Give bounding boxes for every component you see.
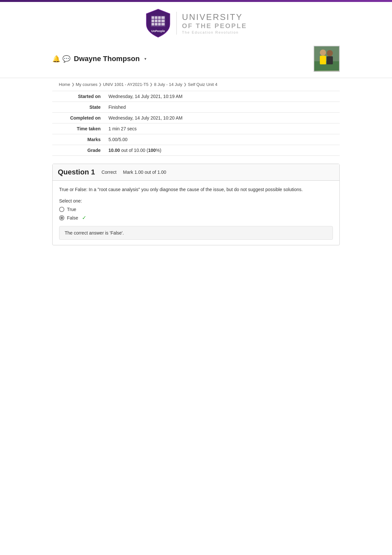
value-marks: 5.00/5.00 [105, 134, 340, 145]
svg-rect-6 [155, 20, 157, 22]
avatar-image [314, 46, 339, 71]
grade-value: 10.00 [108, 148, 120, 153]
svg-rect-7 [158, 20, 161, 22]
breadcrumb: Home ❯ My courses ❯ UNIV 1001 - AY2021-T… [52, 82, 340, 87]
main-content: Home ❯ My courses ❯ UNIV 1001 - AY2021-T… [46, 82, 346, 264]
question-1-status: Correct [102, 170, 117, 175]
svg-rect-10 [155, 23, 157, 25]
chevron-icon-4: ❯ [184, 82, 187, 87]
logo-divider [176, 12, 177, 35]
option-false-row: False ✓ [59, 215, 333, 221]
radio-false [59, 215, 64, 220]
summary-row-marks: Marks 5.00/5.00 [52, 134, 340, 145]
summary-row-state: State Finished [52, 102, 340, 113]
svg-rect-4 [161, 16, 165, 19]
value-state: Finished [105, 102, 340, 113]
answer-feedback-box: The correct answer is 'False'. [59, 226, 333, 240]
user-dropdown-arrow[interactable]: ▾ [144, 57, 146, 61]
grade-percent: 100 [148, 148, 155, 153]
radio-true [59, 207, 64, 212]
chat-icon[interactable]: 💬 [62, 55, 71, 63]
grade-suffix: %) [156, 148, 161, 153]
question-1-text: True or False: In a "root cause analysis… [59, 186, 333, 193]
svg-text:UoPeople: UoPeople [151, 29, 165, 33]
value-grade: 10.00 out of 10.00 (100%) [105, 145, 340, 156]
value-completed: Wednesday, 14 July 2021, 10:20 AM [105, 113, 340, 123]
question-1-number: Question 1 [58, 168, 95, 176]
univ-title: UNIVERSITY [182, 12, 247, 22]
chevron-icon-3: ❯ [150, 82, 153, 87]
summary-row-completed: Completed on Wednesday, 14 July 2021, 10… [52, 113, 340, 123]
page-header: UoPeople UNIVERSITY OF THE PEOPLE The Ed… [0, 2, 392, 78]
value-timetaken: 1 min 27 secs [105, 123, 340, 134]
svg-rect-2 [155, 16, 157, 19]
svg-rect-19 [327, 56, 333, 64]
svg-rect-8 [161, 20, 165, 22]
svg-rect-3 [158, 16, 161, 19]
chevron-icon-1: ❯ [72, 82, 74, 87]
summary-row-grade: Grade 10.00 out of 10.00 (100%) [52, 145, 340, 156]
option-true-label: True [67, 207, 76, 212]
university-name: UNIVERSITY OF THE PEOPLE The Education R… [182, 12, 247, 34]
label-marks: Marks [52, 134, 105, 145]
breadcrumb-home[interactable]: Home [59, 82, 70, 87]
breadcrumb-current: Self Quiz Unit 4 [188, 82, 217, 87]
avatar [314, 46, 340, 72]
option-true-row: True [59, 207, 333, 212]
summary-table: Started on Wednesday, 14 July 2021, 10:1… [52, 91, 340, 156]
question-1-block: Question 1 Correct Mark 1.00 out of 1.00… [52, 164, 340, 245]
grade-mid: out of 10.00 ( [121, 148, 148, 153]
svg-rect-17 [320, 56, 326, 64]
label-grade: Grade [52, 145, 105, 156]
svg-point-16 [320, 49, 326, 56]
option-false-label: False [67, 215, 78, 220]
label-state: State [52, 102, 105, 113]
select-one-label: Select one: [59, 198, 333, 204]
univ-tagline: The Education Revolution [182, 30, 247, 34]
summary-row-timetaken: Time taken 1 min 27 secs [52, 123, 340, 134]
svg-rect-1 [152, 16, 154, 19]
svg-rect-9 [152, 23, 154, 25]
svg-point-18 [327, 50, 333, 56]
user-icons: 🔔 💬 [52, 55, 71, 63]
svg-rect-12 [161, 23, 165, 25]
breadcrumb-course[interactable]: UNIV 1001 - AY2021-T5 [103, 82, 148, 87]
breadcrumb-mycourses[interactable]: My courses [76, 82, 97, 87]
value-started: Wednesday, 14 July 2021, 10:19 AM [105, 91, 340, 102]
uopeople-logo: UoPeople [145, 8, 171, 38]
univ-subtitle: OF THE PEOPLE [182, 22, 247, 30]
correct-checkmark-icon: ✓ [82, 215, 86, 221]
question-1-body: True or False: In a "root cause analysis… [53, 181, 339, 245]
svg-rect-11 [158, 23, 161, 25]
label-completed: Completed on [52, 113, 105, 123]
svg-rect-5 [152, 20, 154, 22]
breadcrumb-week[interactable]: 8 July - 14 July [154, 82, 182, 87]
summary-row-started: Started on Wednesday, 14 July 2021, 10:1… [52, 91, 340, 102]
chevron-icon-2: ❯ [99, 82, 102, 87]
user-name: Dwayne Thompson [74, 55, 140, 63]
label-timetaken: Time taken [52, 123, 105, 134]
bell-icon[interactable]: 🔔 [52, 55, 60, 63]
question-1-header: Question 1 Correct Mark 1.00 out of 1.00 [53, 164, 339, 181]
radio-false-inner [60, 217, 63, 219]
answer-feedback-text: The correct answer is 'False'. [65, 230, 124, 236]
logo-area: UoPeople UNIVERSITY OF THE PEOPLE The Ed… [145, 8, 247, 38]
question-1-mark: Mark 1.00 out of 1.00 [123, 170, 166, 175]
label-started: Started on [52, 91, 105, 102]
user-bar: 🔔 💬 Dwayne Thompson ▾ [46, 43, 346, 74]
